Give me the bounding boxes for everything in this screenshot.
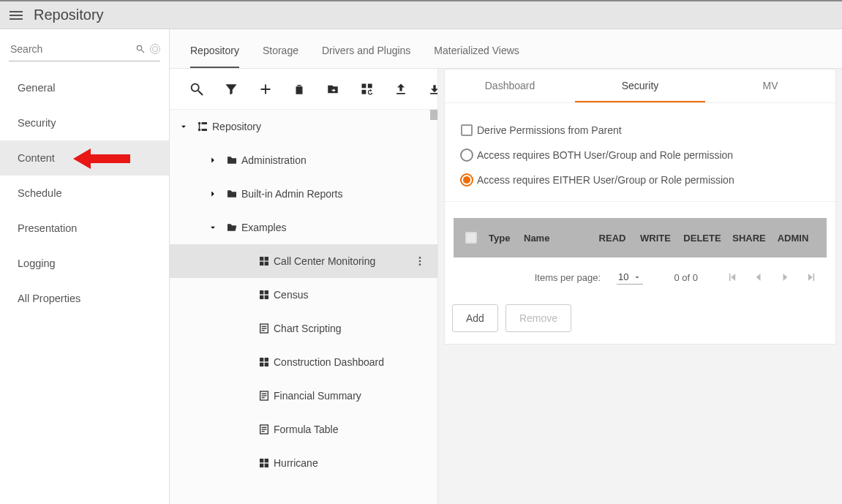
svg-rect-18 bbox=[260, 296, 263, 299]
upload-icon[interactable] bbox=[394, 81, 408, 97]
add-button[interactable]: Add bbox=[452, 304, 498, 332]
tree-node-item[interactable]: Chart Scripting bbox=[170, 312, 437, 345]
scrollbar-thumb[interactable] bbox=[430, 110, 437, 120]
sidebar-item-all-properties[interactable]: All Properties bbox=[0, 281, 169, 316]
prev-page-icon[interactable] bbox=[751, 269, 767, 285]
target-icon[interactable] bbox=[150, 44, 160, 54]
sidebar-item-schedule[interactable]: Schedule bbox=[0, 176, 169, 211]
tree-node-label: Call Center Monitoring bbox=[274, 255, 375, 267]
tree-node-item[interactable]: Census bbox=[170, 278, 437, 312]
tab-dashboard[interactable]: Dashboard bbox=[445, 69, 575, 102]
access-both-radio[interactable]: Access requires BOTH User/Group and Role… bbox=[456, 143, 827, 168]
select-all-checkbox[interactable] bbox=[465, 232, 477, 244]
option-label: Derive Permissions from Parent bbox=[477, 124, 622, 136]
last-page-icon[interactable] bbox=[803, 269, 819, 285]
tree-node-item[interactable]: Formula Table bbox=[170, 413, 437, 446]
folder-icon bbox=[224, 154, 240, 166]
tree-node-label: Hurricane bbox=[274, 457, 318, 469]
tab-drivers-plugins[interactable]: Drivers and Plugins bbox=[322, 33, 410, 68]
detail-tabs: Dashboard Security MV bbox=[445, 69, 835, 103]
tree-node-folder[interactable]: Administration bbox=[170, 143, 437, 177]
tree-node-label: Construction Dashboard bbox=[274, 356, 384, 368]
sidebar-item-presentation[interactable]: Presentation bbox=[0, 211, 169, 246]
tree-node-item[interactable]: Financial Summary bbox=[170, 379, 437, 413]
svg-rect-10 bbox=[265, 257, 268, 260]
remove-button[interactable]: Remove bbox=[505, 304, 571, 332]
svg-rect-24 bbox=[260, 358, 263, 361]
access-either-radio[interactable]: Access requires EITHER User/Group or Rol… bbox=[456, 168, 827, 192]
worksheet-icon bbox=[256, 323, 272, 334]
tab-security[interactable]: Security bbox=[575, 69, 705, 102]
repository-panel: Repository Storage Drivers and Plugins M… bbox=[170, 29, 437, 504]
svg-rect-6 bbox=[202, 122, 208, 124]
svg-rect-16 bbox=[260, 290, 263, 294]
repo-toolbar bbox=[170, 69, 437, 110]
sidebar-item-security[interactable]: Security bbox=[0, 105, 169, 140]
chevron-right-icon[interactable] bbox=[208, 189, 221, 199]
delete-icon[interactable] bbox=[293, 81, 306, 97]
add-icon[interactable] bbox=[258, 81, 274, 97]
tab-storage[interactable]: Storage bbox=[263, 33, 298, 68]
tree-node-root[interactable]: Repository bbox=[170, 110, 437, 143]
svg-rect-25 bbox=[265, 358, 268, 361]
svg-point-14 bbox=[419, 260, 421, 263]
tree-node-item[interactable]: Hurricane bbox=[170, 446, 437, 480]
tree-node-label: Built-in Admin Reports bbox=[241, 188, 343, 200]
svg-rect-29 bbox=[262, 394, 267, 394]
svg-rect-11 bbox=[260, 262, 263, 266]
tab-repository[interactable]: Repository bbox=[190, 33, 239, 68]
menu-icon[interactable] bbox=[7, 7, 25, 24]
tree-node-item[interactable]: Call Center Monitoring bbox=[170, 244, 437, 278]
search-field[interactable] bbox=[9, 37, 160, 61]
col-read[interactable]: READ bbox=[591, 233, 634, 244]
svg-rect-1 bbox=[362, 83, 367, 88]
search-icon[interactable] bbox=[135, 44, 146, 54]
filter-icon[interactable] bbox=[224, 81, 238, 97]
checkbox-icon[interactable] bbox=[461, 124, 473, 136]
col-share[interactable]: SHARE bbox=[727, 233, 771, 244]
sidebar-item-label: Content bbox=[18, 152, 55, 164]
tree-node-item[interactable]: Construction Dashboard bbox=[170, 345, 437, 379]
chevron-right-icon[interactable] bbox=[208, 155, 221, 165]
sidebar-item-label: Presentation bbox=[18, 222, 77, 234]
derive-permissions-checkbox[interactable]: Derive Permissions from Parent bbox=[456, 118, 827, 143]
svg-point-5 bbox=[198, 129, 200, 131]
tree-node-folder[interactable]: Built-in Admin Reports bbox=[170, 177, 437, 211]
svg-rect-30 bbox=[262, 395, 267, 396]
col-delete[interactable]: DELETE bbox=[677, 233, 727, 244]
svg-rect-36 bbox=[260, 459, 263, 462]
svg-rect-7 bbox=[202, 129, 208, 131]
tab-mv[interactable]: MV bbox=[705, 69, 835, 102]
radio-checked-icon[interactable] bbox=[460, 173, 473, 187]
svg-rect-22 bbox=[262, 328, 267, 328]
page-size-select[interactable]: 10 bbox=[617, 270, 643, 285]
svg-rect-21 bbox=[262, 326, 267, 327]
sidebar-item-content[interactable]: Content bbox=[0, 140, 169, 176]
tree-node-label: Formula Table bbox=[274, 424, 338, 435]
repository-tree[interactable]: Repository Administration Built-in Admin… bbox=[170, 110, 437, 504]
chevron-down-icon[interactable] bbox=[208, 222, 221, 233]
col-type[interactable]: Type bbox=[489, 233, 524, 244]
next-page-icon[interactable] bbox=[777, 269, 793, 285]
chevron-down-icon[interactable] bbox=[178, 121, 192, 132]
first-page-icon[interactable] bbox=[724, 269, 740, 285]
permission-options: Derive Permissions from Parent Access re… bbox=[445, 103, 835, 202]
sidebar-item-general[interactable]: General bbox=[0, 70, 169, 105]
tab-materialized-views[interactable]: Materialized Views bbox=[434, 33, 519, 68]
chevron-down-icon bbox=[633, 273, 642, 282]
more-icon[interactable] bbox=[413, 254, 427, 268]
refresh-dashboard-icon[interactable] bbox=[360, 81, 375, 97]
col-name[interactable]: Name bbox=[524, 233, 591, 244]
move-icon[interactable] bbox=[325, 81, 341, 97]
search-icon[interactable] bbox=[189, 81, 205, 97]
svg-rect-38 bbox=[260, 464, 263, 467]
radio-icon[interactable] bbox=[460, 148, 473, 162]
pager: Items per page: 10 0 of 0 bbox=[454, 257, 827, 291]
tree-node-label: Repository bbox=[212, 121, 261, 132]
tree-node-folder[interactable]: Examples bbox=[170, 211, 437, 244]
sidebar-item-logging[interactable]: Logging bbox=[0, 246, 169, 281]
tree-node-label: Administration bbox=[241, 154, 307, 166]
col-admin[interactable]: ADMIN bbox=[771, 233, 815, 244]
col-write[interactable]: WRITE bbox=[634, 233, 677, 244]
tree-node-label: Financial Summary bbox=[274, 390, 361, 402]
